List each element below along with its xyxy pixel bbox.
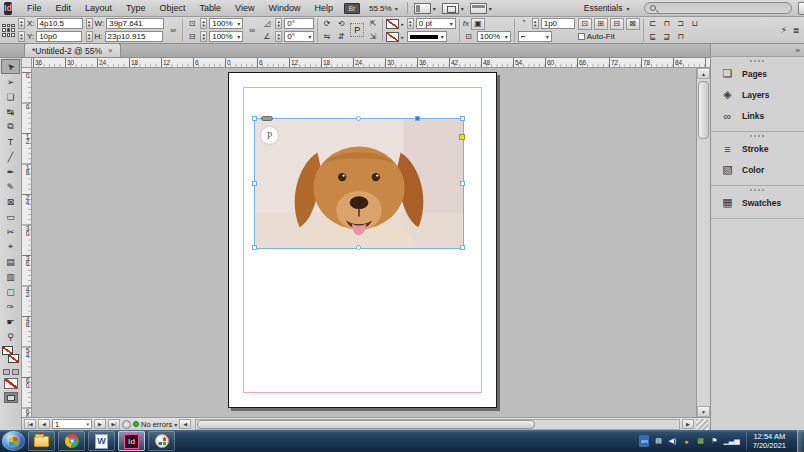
menu-item[interactable]: File <box>20 1 49 15</box>
rotation-spinner[interactable] <box>275 31 282 42</box>
taskbar-chrome-button[interactable] <box>58 431 85 451</box>
line-tool[interactable]: ╱ <box>1 149 20 164</box>
frame-fitting-button[interactable]: ⊡ <box>578 18 592 30</box>
align-button[interactable]: ⊓ <box>661 18 673 29</box>
search-input[interactable] <box>644 2 792 14</box>
gap-tool[interactable]: ↹ <box>1 104 20 119</box>
page-number-dropdown[interactable]: 1 <box>52 419 92 429</box>
selection-handle[interactable] <box>252 116 257 121</box>
rectangle-tool[interactable]: ▭ <box>1 209 20 224</box>
y-field[interactable]: 10p0 <box>36 31 82 42</box>
scale-x-spinner[interactable] <box>200 18 207 29</box>
corner-shape-dropdown[interactable]: ⌐ <box>518 31 552 42</box>
selection-tool[interactable]: ➤ <box>1 59 20 74</box>
taskbar-word-button[interactable]: W <box>88 431 115 451</box>
pencil-tool[interactable]: ✎ <box>1 179 20 194</box>
rotate-ccw-icon[interactable]: ⟲ <box>335 18 347 29</box>
h-spinner[interactable] <box>86 31 93 42</box>
pen-tool[interactable]: ✒ <box>1 164 20 179</box>
menu-item[interactable]: Edit <box>49 1 79 15</box>
w-spinner[interactable] <box>86 18 93 29</box>
distribute-button[interactable]: ⊑ <box>647 31 659 42</box>
selection-handle[interactable] <box>356 116 361 121</box>
corner-radius-spinner[interactable] <box>532 18 539 29</box>
tray-action-center[interactable]: ⚑ <box>709 435 719 447</box>
gradient-swatch-tool[interactable]: ▤ <box>1 254 20 269</box>
stroke-swatch-icon[interactable] <box>8 354 19 363</box>
hand-tool[interactable]: ☛ <box>1 314 20 329</box>
formatting-container-icon[interactable] <box>3 369 10 375</box>
scroll-up-icon[interactable]: ▲ <box>697 68 710 79</box>
scroll-left-icon[interactable]: ◀ <box>179 419 191 429</box>
gradient-feather-tool[interactable]: ▥ <box>1 269 20 284</box>
last-page-button[interactable]: ▶| <box>108 419 120 429</box>
distribute-button[interactable]: ⊒ <box>661 31 673 42</box>
preflight-menu-caret[interactable] <box>174 420 177 429</box>
panel-links[interactable]: ∞Links <box>711 105 804 126</box>
selected-image-frame[interactable]: P <box>254 118 464 249</box>
collapse-panels-icon[interactable]: » <box>796 46 800 55</box>
first-page-button[interactable]: |◀ <box>24 419 36 429</box>
align-button[interactable]: ⊐ <box>675 18 687 29</box>
content-collector-tool[interactable]: ⧉ <box>1 119 20 134</box>
effects-icon[interactable]: fx <box>463 19 469 28</box>
reference-point-proxy[interactable] <box>2 24 15 37</box>
note-tool[interactable]: ▢ <box>1 284 20 299</box>
shear-field[interactable]: 0° <box>284 18 314 29</box>
preflight-icon[interactable] <box>122 420 131 429</box>
vertical-ruler[interactable]: 0612182430364248546066 <box>22 68 32 417</box>
ruler-origin-corner[interactable] <box>22 58 32 68</box>
menu-item[interactable]: Type <box>119 1 153 15</box>
start-button[interactable] <box>2 431 25 451</box>
apply-none-button[interactable] <box>4 378 18 389</box>
document-page[interactable]: P <box>228 72 497 408</box>
page-tool[interactable]: ❏ <box>1 89 20 104</box>
show-desktop-button[interactable] <box>797 430 804 452</box>
scissors-tool[interactable]: ✂ <box>1 224 20 239</box>
vertical-scroll-thumb[interactable] <box>698 81 709 139</box>
panel-layers[interactable]: ◈Layers <box>711 84 804 105</box>
object-style-badge[interactable]: P <box>350 23 364 37</box>
bridge-icon[interactable]: Br <box>344 3 360 14</box>
menu-item[interactable]: Help <box>307 1 340 15</box>
selection-handle[interactable] <box>460 245 465 250</box>
fill-stroke-swatches[interactable] <box>2 346 20 366</box>
drop-shadow-button[interactable]: ▣ <box>471 18 485 30</box>
horizontal-ruler[interactable]: 363024181260612182430364248546066727884 <box>32 58 710 68</box>
quick-apply-icon[interactable]: ⚡ <box>781 25 787 35</box>
resize-grip[interactable] <box>696 419 708 430</box>
selection-handle[interactable] <box>252 245 257 250</box>
formatting-text-icon[interactable] <box>12 369 19 375</box>
height-field[interactable]: 23p10.915 <box>105 31 163 42</box>
fill-swatch-none[interactable] <box>386 32 399 42</box>
auto-fit-checkbox[interactable] <box>578 33 585 40</box>
scroll-down-icon[interactable]: ▼ <box>697 406 710 417</box>
pasteboard[interactable]: P <box>32 68 696 417</box>
scale-y-spinner[interactable] <box>200 31 207 42</box>
x-field[interactable]: 4p10.5 <box>37 18 83 29</box>
taskbar-explorer-button[interactable] <box>28 431 55 451</box>
shear-spinner[interactable] <box>275 18 282 29</box>
menu-item[interactable]: Table <box>193 1 229 15</box>
frame-tool[interactable]: ⊠ <box>1 194 20 209</box>
tray-utorrent[interactable]: ● <box>681 435 691 447</box>
direct-selection-tool[interactable]: ➢ <box>1 74 20 89</box>
free-transform-tool[interactable]: ⌖ <box>1 239 20 254</box>
stroke-weight-spinner[interactable] <box>407 18 414 29</box>
x-spinner[interactable] <box>18 18 25 29</box>
scroll-right-icon[interactable]: ▶ <box>682 419 694 429</box>
selection-handle[interactable] <box>460 116 465 121</box>
opacity-field[interactable]: 100% <box>477 31 511 42</box>
next-page-button[interactable]: ▶ <box>94 419 106 429</box>
corner-options-handle[interactable] <box>459 134 465 140</box>
width-field[interactable]: 39p7.641 <box>106 18 164 29</box>
taskbar-paint-button[interactable] <box>148 431 175 451</box>
align-button[interactable]: ⊏ <box>647 18 659 29</box>
flip-horizontal-icon[interactable]: ⇋ <box>321 31 333 42</box>
menu-item[interactable]: Window <box>261 1 307 15</box>
preflight-status-text[interactable]: No errors <box>141 420 172 429</box>
prev-page-button[interactable]: ◀ <box>38 419 50 429</box>
tray-volume[interactable]: ◀) <box>667 435 677 447</box>
panel-color[interactable]: ▧Color <box>711 159 804 180</box>
screen-mode-dropdown[interactable] <box>442 3 464 14</box>
